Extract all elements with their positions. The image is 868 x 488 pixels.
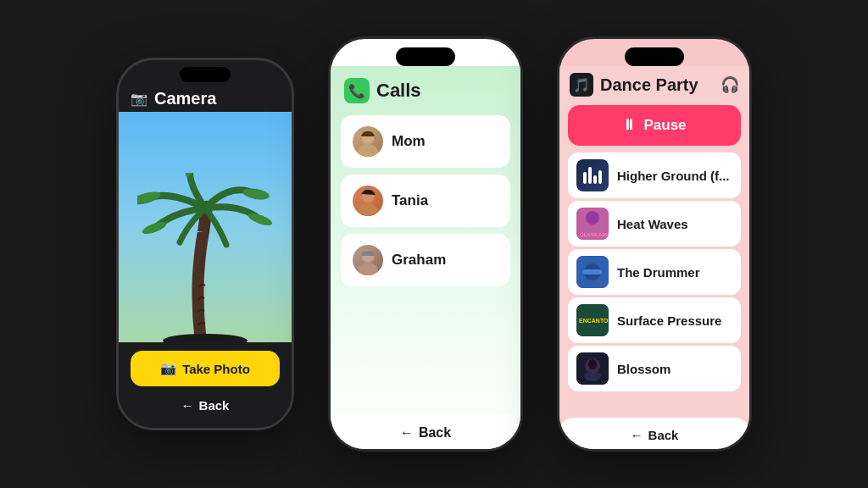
song-blossom[interactable]: Blossom [568,346,741,391]
dance-back-label: Back [648,428,679,442]
song-name-heat-waves: Heat Waves [617,217,688,231]
svg-rect-20 [583,269,602,274]
song-name-drummer: The Drummer [617,265,700,280]
dance-phone: 🎵 Dance Party 🎧 ⏸ Pause Higher Ground (f [557,36,752,452]
calls-phone: 📞 Calls Mom [328,36,523,452]
calls-back-arrow: ← [400,425,414,441]
camera-screen: 📷 Camera [119,82,292,428]
contact-name-mom: Mom [392,133,426,150]
camera-icon: 📷 [131,91,147,107]
svg-point-16 [586,211,599,225]
svg-point-26 [588,359,597,369]
contact-mom[interactable]: Mom [341,115,510,168]
music-app-icon: 🎵 [570,73,593,97]
song-thumb-heatwaves: GLASS ANIMALS [576,208,609,240]
calls-title: Calls [376,80,421,102]
song-heat-waves[interactable]: GLASS ANIMALS Heat Waves [568,201,741,247]
svg-point-10 [358,203,378,216]
contact-tania[interactable]: Tania [341,175,510,227]
song-name-surface: Surface Pressure [617,313,721,328]
take-photo-button[interactable]: 📷 Take Photo [131,351,280,386]
camera-controls: 📷 Take Photo ← Back [119,342,292,428]
svg-point-5 [163,334,248,342]
dance-back-button[interactable]: ← Back [559,418,749,449]
camera-back-label: Back [199,398,230,413]
song-surface-pressure[interactable]: ENCANTO Surface Pressure [568,297,741,343]
song-thumb-blossom [576,352,609,385]
camera-title: Camera [154,89,216,108]
avatar-graham [353,245,383,275]
svg-text:ENCANTO: ENCANTO [579,318,609,324]
camera-phone: 📷 Camera [116,58,294,430]
dance-title: Dance Party [600,75,714,95]
headphone-icon: 🎧 [721,75,739,94]
song-name-blossom: Blossom [617,362,670,376]
song-list: Higher Ground (f... GLASS ANIMALS Heat W… [559,151,749,418]
palm-tree-image [137,173,273,342]
calls-back-label: Back [419,425,451,441]
dance-header: 🎵 Dance Party 🎧 [559,66,749,105]
avatar-mom [353,126,383,157]
calls-header: 📞 Calls [331,73,520,112]
svg-point-13 [358,263,378,275]
camera-viewfinder[interactable] [119,112,292,342]
take-photo-label: Take Photo [182,362,250,376]
svg-point-7 [358,144,378,157]
song-thumb-higher [576,159,609,191]
dance-back-arrow: ← [631,428,643,442]
dance-screen: 🎵 Dance Party 🎧 ⏸ Pause Higher Ground (f [559,66,749,449]
song-thumb-drummer [576,256,609,288]
song-name-higher: Higher Ground (f... [617,169,730,183]
song-the-drummer[interactable]: The Drummer [568,249,741,295]
calls-dynamic-island [396,47,455,66]
phone-icon: 📞 [344,78,370,103]
camera-btn-icon: 📷 [160,361,176,376]
calls-back-button[interactable]: ← Back [331,413,520,449]
camera-header: 📷 Camera [119,82,292,112]
contact-name-graham: Graham [392,252,446,269]
contact-name-tania: Tania [392,192,428,209]
contact-graham[interactable]: Graham [341,234,510,286]
back-arrow-icon: ← [181,398,194,413]
calls-screen: 📞 Calls Mom [331,66,520,449]
svg-text:GLASS ANIMALS: GLASS ANIMALS [580,232,609,237]
song-higher-ground[interactable]: Higher Ground (f... [568,152,741,198]
pause-button[interactable]: ⏸ Pause [568,105,741,146]
pause-icon: ⏸ [622,117,637,134]
avatar-tania [353,186,383,216]
song-thumb-surface: ENCANTO [576,304,609,336]
dynamic-island [180,67,231,82]
camera-back-button[interactable]: ← Back [131,391,280,419]
playing-bars-icon [583,167,602,184]
calls-list: Mom Tania [331,112,520,290]
dance-dynamic-island [625,47,684,66]
pause-label: Pause [643,117,686,134]
